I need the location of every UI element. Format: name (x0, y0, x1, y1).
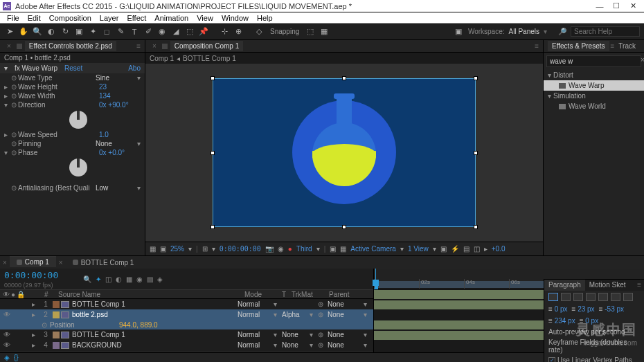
item-wave-world[interactable]: Wave World (544, 101, 644, 111)
menu-effect[interactable]: Effect (123, 14, 150, 22)
hide-shy-icon[interactable]: ◐ (116, 275, 122, 283)
eye-col-icon[interactable]: 👁 (3, 291, 10, 298)
position-value[interactable]: 944.0, 889.0 (119, 321, 158, 329)
camera-tool-icon[interactable]: ▣ (73, 26, 84, 37)
bc-comp[interactable]: Comp 1 (150, 55, 174, 62)
layer-row[interactable]: ▸1BOTTLE Comp 1Normal▾⊚None▾ (0, 299, 373, 309)
pickwhip-icon[interactable]: ⊚ (318, 300, 326, 308)
hand-tool-icon[interactable]: ✋ (18, 26, 29, 37)
pen-tool-icon[interactable]: ✎ (115, 26, 126, 37)
pickwhip-icon[interactable]: ⊚ (318, 331, 326, 338)
layer-name[interactable]: BACKGROUND (71, 341, 236, 349)
close-tab-icon[interactable]: × (0, 259, 10, 266)
frame-blend-icon[interactable]: ▦ (126, 275, 132, 283)
fast-preview-icon[interactable]: ⚡ (451, 245, 459, 253)
px-aspect-icon[interactable]: ▣ (440, 245, 447, 253)
timeline-timecode[interactable]: 0:00:00:00 (0, 269, 62, 282)
direction-value[interactable]: 0x +90.0° (99, 101, 141, 109)
resolution-dropdown[interactable]: Third (296, 245, 312, 253)
close-tab-icon[interactable]: × (150, 42, 159, 50)
reset-link[interactable]: Reset (64, 64, 82, 72)
parent[interactable]: None (328, 341, 362, 349)
viewer-timecode[interactable]: 0:00:00:00 (220, 245, 261, 253)
channel-icon[interactable]: ◉ (278, 245, 284, 253)
paragraph-tab[interactable]: Paragraph (544, 280, 585, 291)
item-wave-warp[interactable]: Wave Warp (544, 80, 644, 91)
transform-handle[interactable] (474, 225, 478, 229)
justify-center-icon[interactable] (598, 293, 608, 301)
eye-icon[interactable]: 👁 (3, 311, 11, 318)
world-axis-icon[interactable]: ⊕ (233, 26, 244, 37)
menu-window[interactable]: Window (217, 14, 253, 22)
direction-dial[interactable] (69, 111, 87, 129)
viewer-area[interactable] (145, 64, 543, 242)
eye-icon[interactable]: 👁 (3, 331, 11, 338)
property-row[interactable]: ⊙Position944.0, 889.0 (0, 320, 373, 329)
parent[interactable]: None (328, 331, 362, 338)
guides-icon[interactable]: ▣ (160, 245, 166, 253)
render-icon[interactable]: ▸ (484, 245, 488, 253)
trkmat[interactable]: None (282, 341, 308, 349)
about-link[interactable]: Abo (128, 64, 141, 72)
tl-tab-bottle[interactable]: BOTTLE Comp 1 (66, 257, 141, 268)
info-icon[interactable]: ◈ (4, 354, 10, 361)
transparency-icon[interactable]: ▦ (340, 245, 346, 253)
transform-handle[interactable] (342, 225, 346, 229)
justify-all-icon[interactable] (623, 293, 633, 301)
eye-icon[interactable]: 👁 (3, 341, 11, 349)
selection-tool-icon[interactable]: ➤ (4, 26, 15, 37)
maximize-button[interactable]: ☐ (608, 1, 625, 10)
roto-tool-icon[interactable]: ⬚ (184, 26, 195, 37)
pickwhip-icon[interactable]: ⊚ (318, 311, 326, 318)
pinning-value[interactable]: None (96, 140, 137, 147)
menu-help[interactable]: Help (253, 14, 277, 22)
shape-tool-icon[interactable]: □ (101, 26, 112, 37)
local-axis-icon[interactable]: ⊹ (219, 26, 230, 37)
menu-composition[interactable]: Composition (45, 14, 96, 22)
roi-icon[interactable]: ▣ (330, 245, 336, 253)
parent[interactable]: None (328, 311, 362, 318)
zoom-tool-icon[interactable]: 🔍 (32, 26, 43, 37)
transform-handle[interactable] (211, 76, 215, 80)
effects-presets-tab[interactable]: Effects & Presets (548, 41, 609, 51)
workspace-dropdown[interactable]: All Panels (509, 28, 539, 35)
transform-handle[interactable] (211, 151, 215, 155)
ulv-checkbox[interactable]: ✓ (548, 357, 555, 363)
graph-editor-icon[interactable]: ▤ (147, 275, 153, 283)
transform-handle[interactable] (474, 151, 478, 155)
col-trkmat[interactable]: TrkMat (292, 291, 326, 298)
trkmat[interactable]: None (282, 331, 308, 338)
menu-view[interactable]: View (193, 14, 217, 22)
wave-type-value[interactable]: Sine (96, 74, 137, 82)
camera-dropdown[interactable]: Active Camera (350, 245, 396, 253)
layer-name[interactable]: BOTTLE Comp 1 (71, 300, 236, 308)
blend-mode[interactable]: Normal (238, 300, 272, 308)
layer-name[interactable]: BOTTLE Comp 1 (71, 331, 236, 338)
justify-left-icon[interactable] (586, 293, 596, 301)
wave-speed-value[interactable]: 1.0 (99, 131, 141, 138)
phase-dial[interactable] (69, 159, 87, 177)
trkmat[interactable]: Alpha (282, 311, 308, 318)
bc-bottle[interactable]: BOTTLE Comp 1 (183, 55, 236, 62)
indent-right[interactable]: 23 px (578, 305, 594, 313)
clear-search-icon[interactable]: × (641, 56, 644, 66)
aa-value[interactable]: Low (96, 184, 137, 192)
blend-mode[interactable]: Normal (238, 311, 272, 318)
layer-row[interactable]: 👁▸2bottle 2.psdNormal▾Alpha▾⊚None▾ (0, 309, 373, 320)
align-center-icon[interactable] (561, 293, 571, 301)
type-tool-icon[interactable]: T (129, 26, 140, 37)
blend-mode[interactable]: Normal (238, 331, 272, 338)
rotate-tool-icon[interactable]: ↻ (60, 26, 71, 37)
anchor-tool-icon[interactable]: ✦ (87, 26, 98, 37)
cat-simulation[interactable]: Simulation (553, 92, 586, 100)
zoom-dropdown[interactable]: 25% (170, 245, 184, 253)
close-button[interactable]: ✕ (625, 1, 641, 10)
composition-tab[interactable]: Composition Comp 1 (170, 41, 243, 51)
blend-mode[interactable]: Normal (238, 341, 272, 349)
pickwhip-icon[interactable]: ⊚ (318, 341, 326, 349)
tracker-tab[interactable]: Track (614, 41, 640, 51)
justify-right-icon[interactable] (611, 293, 620, 301)
puppet-tool-icon[interactable]: 📌 (198, 26, 209, 37)
align-right-icon[interactable] (573, 293, 583, 301)
col-source[interactable]: Source Name (58, 291, 242, 298)
